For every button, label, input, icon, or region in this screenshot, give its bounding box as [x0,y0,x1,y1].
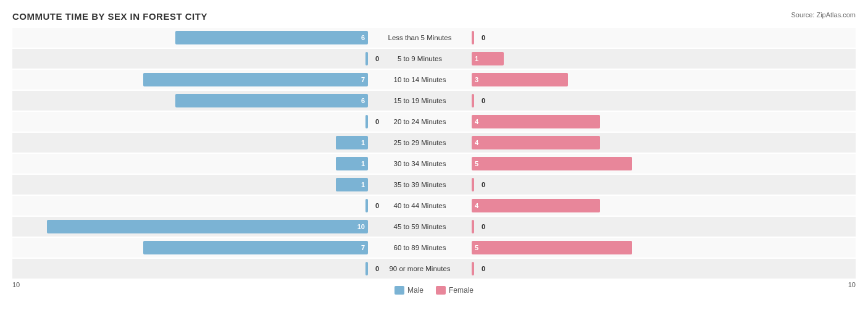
female-bar: 3 [472,73,568,86]
row-label: 30 to 34 Minutes [370,160,469,167]
row-label: 15 to 19 Minutes [370,97,469,104]
male-bar: 1 [336,136,368,149]
row-label: 60 to 89 Minutes [370,244,469,251]
left-side: 1 [12,178,370,191]
left-side: 0 [12,199,370,212]
female-bar: 4 [472,115,600,128]
chart-row: 125 to 29 Minutes4 [12,133,856,153]
row-label: 10 to 14 Minutes [370,76,469,83]
male-value: 6 [361,34,365,41]
source-label: Source: ZipAtlas.com [791,11,856,19]
male-value: 6 [361,97,365,104]
axis-left-label: 10 [12,281,20,295]
male-bar: 6 [175,94,368,107]
row-label: 20 to 24 Minutes [370,118,469,125]
left-side: 0 [12,52,370,65]
chart-row: 135 to 39 Minutes0 [12,175,856,195]
axis-right-label: 10 [848,281,856,295]
male-value: 1 [361,160,365,167]
right-side: 5 [469,157,827,170]
right-side: 0 [469,31,827,44]
legend-male-label: Male [407,286,424,295]
chart-row: 020 to 24 Minutes4 [12,112,856,132]
chart-title: COMMUTE TIME BY SEX IN FOREST CITY [12,11,856,22]
male-bar: 0 [365,52,368,65]
chart-container: COMMUTE TIME BY SEX IN FOREST CITY Sourc… [0,0,868,323]
row-label: Less than 5 Minutes [370,34,469,41]
female-value: 4 [475,202,478,209]
left-side: 6 [12,94,370,107]
female-value: 5 [475,160,478,167]
female-value: 0 [482,97,485,104]
left-side: 7 [12,241,370,254]
male-bar: 7 [143,73,368,86]
chart-row: 6Less than 5 Minutes0 [12,28,856,48]
left-side: 0 [12,115,370,128]
legend: Male Female [394,286,474,295]
female-bar: 1 [472,52,504,65]
legend-female: Female [436,286,474,295]
row-label: 35 to 39 Minutes [370,181,469,188]
male-bar: 0 [365,199,368,212]
chart-row: 615 to 19 Minutes0 [12,91,856,111]
right-side: 0 [469,94,827,107]
male-value: 1 [361,139,365,146]
legend-female-box [436,286,446,295]
female-value: 0 [482,265,485,272]
female-value: 5 [475,244,478,251]
chart-row: 090 or more Minutes0 [12,259,856,279]
male-bar: 1 [336,178,368,191]
right-side: 0 [469,262,827,275]
left-side: 1 [12,136,370,149]
female-bar: 0 [472,94,474,107]
male-bar: 1 [336,157,368,170]
legend-female-label: Female [449,286,474,295]
row-label: 90 or more Minutes [370,265,469,272]
male-value: 10 [357,223,365,230]
chart-row: 130 to 34 Minutes5 [12,154,856,174]
female-value: 3 [475,76,478,83]
female-bar: 0 [472,220,474,233]
female-value: 1 [475,55,478,62]
female-value: 0 [482,181,485,188]
left-side: 6 [12,31,370,44]
female-bar: 5 [472,241,632,254]
row-label: 25 to 29 Minutes [370,139,469,146]
right-side: 4 [469,115,827,128]
female-bar: 0 [472,31,474,44]
right-side: 0 [469,178,827,191]
chart-row: 710 to 14 Minutes3 [12,70,856,90]
row-label: 40 to 44 Minutes [370,202,469,209]
male-bar: 6 [175,31,368,44]
right-side: 4 [469,199,827,212]
legend-male-box [394,286,404,295]
female-bar: 0 [472,262,474,275]
male-bar: 10 [47,220,368,233]
chart-row: 040 to 44 Minutes4 [12,196,856,216]
female-bar: 5 [472,157,632,170]
right-side: 0 [469,220,827,233]
female-value: 0 [482,34,485,41]
chart-rows-wrapper: 6Less than 5 Minutes005 to 9 Minutes1710… [12,28,856,279]
chart-row: 1045 to 59 Minutes0 [12,217,856,237]
right-side: 5 [469,241,827,254]
male-value: 7 [361,244,365,251]
chart-row: 760 to 89 Minutes5 [12,238,856,258]
left-side: 0 [12,262,370,275]
male-bar: 7 [143,241,368,254]
female-value: 0 [482,223,485,230]
chart-row: 05 to 9 Minutes1 [12,49,856,69]
female-value: 4 [475,118,478,125]
left-side: 7 [12,73,370,86]
female-value: 4 [475,139,478,146]
male-value: 1 [361,181,365,188]
left-side: 10 [12,220,370,233]
male-value: 7 [361,76,365,83]
female-bar: 4 [472,199,600,212]
row-label: 45 to 59 Minutes [370,223,469,230]
left-side: 1 [12,157,370,170]
male-bar: 0 [365,262,368,275]
female-bar: 0 [472,178,474,191]
right-side: 1 [469,52,827,65]
legend-male: Male [394,286,424,295]
